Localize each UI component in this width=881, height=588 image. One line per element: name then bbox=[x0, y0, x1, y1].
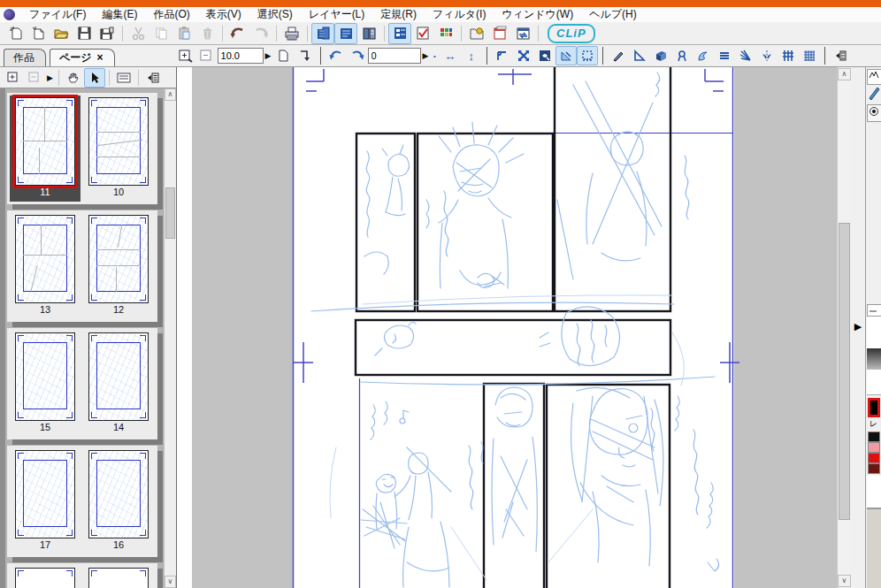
menu-window[interactable]: ウィンドウ(W) bbox=[494, 6, 580, 23]
page-thumb-cell-12[interactable]: 12 bbox=[83, 213, 154, 319]
page-thumbnail[interactable] bbox=[15, 450, 75, 538]
swatch-row[interactable] bbox=[867, 370, 881, 383]
zoom-value-input[interactable] bbox=[218, 48, 264, 64]
zoom-dropdown-icon[interactable]: ▶ bbox=[264, 51, 273, 60]
color-swatch[interactable] bbox=[868, 463, 880, 474]
fit-page-icon[interactable] bbox=[273, 46, 295, 65]
flip-horizontal-icon[interactable]: ↔ bbox=[440, 46, 461, 65]
delete-button[interactable] bbox=[195, 23, 218, 44]
page-thumb-cell-16[interactable]: 16 bbox=[83, 448, 154, 554]
color-swatch[interactable] bbox=[868, 453, 880, 463]
thumb-expand-icon[interactable]: ▶ bbox=[45, 73, 55, 82]
select-arrow-tool-icon[interactable] bbox=[84, 68, 105, 88]
scrollbar-thumb[interactable] bbox=[165, 187, 175, 239]
palette-tab-icon[interactable] bbox=[867, 69, 881, 85]
page-thumbnail[interactable] bbox=[15, 332, 75, 421]
page-thumb-cell-10[interactable]: 10 bbox=[83, 95, 154, 202]
tab-page[interactable]: ページ× bbox=[50, 49, 115, 66]
open-folder-button[interactable] bbox=[465, 23, 488, 44]
sync-windows-button[interactable] bbox=[511, 23, 534, 44]
color-swatch[interactable] bbox=[868, 431, 880, 442]
page-canvas[interactable] bbox=[177, 67, 837, 588]
thumb-panel-menu-icon[interactable] bbox=[142, 68, 164, 88]
save-all-button[interactable] bbox=[96, 23, 119, 44]
tab-story[interactable]: 作品 bbox=[4, 49, 46, 66]
swatch-row[interactable] bbox=[867, 382, 881, 395]
cut-button[interactable] bbox=[126, 23, 149, 44]
layer-list-button[interactable] bbox=[388, 23, 411, 44]
move-icon[interactable] bbox=[513, 46, 534, 65]
parallel-ruler-icon[interactable] bbox=[714, 46, 735, 65]
scroll-down-icon[interactable]: ∨ bbox=[165, 576, 176, 588]
page-thumb-cell-17[interactable]: 17 bbox=[10, 448, 80, 554]
page-thumbnail[interactable] bbox=[88, 215, 149, 303]
rotation-dropdown-icon[interactable]: ▶ bbox=[421, 51, 431, 60]
menu-filter[interactable]: フィルタ(I) bbox=[425, 6, 493, 23]
eye-tool-icon[interactable] bbox=[867, 104, 881, 122]
redo-button[interactable] bbox=[249, 23, 272, 44]
pages-pane-button[interactable] bbox=[311, 23, 334, 44]
undo-button[interactable] bbox=[226, 23, 249, 44]
menu-file[interactable]: ファイル(F) bbox=[22, 6, 93, 23]
canvas-scrollbar[interactable]: ∧ ∨ bbox=[837, 67, 851, 588]
copy-button[interactable] bbox=[149, 23, 172, 44]
canvas-scrollbar-thumb[interactable] bbox=[839, 223, 850, 520]
rotation-value-input[interactable] bbox=[368, 48, 421, 64]
reset-rotation-dot-icon[interactable]: · bbox=[430, 50, 439, 63]
page-thumbnail[interactable] bbox=[88, 568, 149, 588]
page-thumbnail[interactable] bbox=[15, 97, 75, 186]
both-panes-button[interactable] bbox=[357, 23, 380, 44]
thumb-zoom-out-icon[interactable] bbox=[24, 68, 45, 88]
triangle-ruler-icon[interactable] bbox=[629, 46, 650, 65]
menu-layer[interactable]: レイヤー(L) bbox=[302, 6, 372, 23]
grid-icon[interactable] bbox=[778, 46, 799, 65]
selected-color-swatch[interactable] bbox=[868, 398, 880, 417]
pen-icon[interactable] bbox=[608, 46, 629, 65]
panel-menu-icon[interactable] bbox=[830, 46, 851, 65]
scroll-up-icon[interactable]: ∧ bbox=[165, 88, 176, 101]
ruler-corner-icon[interactable] bbox=[492, 46, 513, 65]
page-thumb-cell-11[interactable]: 11 bbox=[10, 95, 80, 202]
active-window-button[interactable] bbox=[488, 23, 511, 44]
menu-edit[interactable]: 編集(E) bbox=[95, 6, 144, 23]
swatch-row[interactable] bbox=[867, 332, 881, 349]
menu-view[interactable]: 表示(V) bbox=[199, 6, 249, 23]
paste-button[interactable] bbox=[172, 23, 195, 44]
symmetry-ruler-icon[interactable] bbox=[756, 46, 778, 65]
page-thumbnail[interactable] bbox=[15, 568, 75, 588]
page-thumbnail[interactable] bbox=[15, 215, 75, 303]
page-thumb-cell-13[interactable]: 13 bbox=[10, 213, 80, 319]
flip-vertical-icon[interactable]: ↕ bbox=[461, 46, 482, 65]
page-thumb-cell[interactable] bbox=[10, 566, 80, 588]
menu-select[interactable]: 選択(S) bbox=[250, 6, 300, 23]
page-thumb-cell-14[interactable]: 14 bbox=[83, 331, 154, 437]
hand-tool-icon[interactable] bbox=[63, 68, 84, 88]
lasso-select-icon[interactable] bbox=[534, 46, 555, 65]
ruler-pointer-icon[interactable] bbox=[555, 46, 577, 65]
thumbnail-scrollbar[interactable]: ∧ ∨ bbox=[164, 88, 176, 588]
page-thumb-cell-15[interactable]: 15 bbox=[10, 331, 80, 437]
color-grid-button[interactable] bbox=[434, 23, 457, 44]
rotate-page-icon[interactable] bbox=[295, 46, 316, 65]
zoom-out-icon[interactable] bbox=[196, 46, 218, 65]
perspective-box-icon[interactable] bbox=[650, 46, 671, 65]
list-view-icon[interactable] bbox=[113, 68, 134, 88]
rotate-ccw-icon[interactable] bbox=[326, 46, 347, 65]
expand-right-panel-icon[interactable]: ▶ bbox=[852, 317, 864, 336]
french-curve-icon[interactable] bbox=[693, 46, 714, 65]
new-page-button[interactable] bbox=[27, 23, 50, 44]
menu-ruler[interactable]: 定規(R) bbox=[373, 6, 424, 23]
color-swatch[interactable] bbox=[868, 442, 880, 453]
thumb-zoom-in-icon[interactable] bbox=[3, 68, 24, 88]
page-thumb-cell[interactable] bbox=[83, 566, 154, 588]
menu-help[interactable]: ヘルプ(H) bbox=[582, 6, 644, 23]
open-button[interactable] bbox=[50, 23, 73, 44]
print-button[interactable] bbox=[280, 23, 303, 44]
page-thumbnail[interactable] bbox=[88, 332, 149, 421]
compass-icon[interactable] bbox=[671, 46, 693, 65]
new-work-button[interactable] bbox=[4, 23, 27, 44]
grid-dense-icon[interactable] bbox=[799, 46, 820, 65]
page-thumbnail[interactable] bbox=[88, 97, 149, 186]
pencil-tool-icon[interactable] bbox=[867, 85, 881, 103]
menu-story[interactable]: 作品(O) bbox=[146, 6, 196, 23]
